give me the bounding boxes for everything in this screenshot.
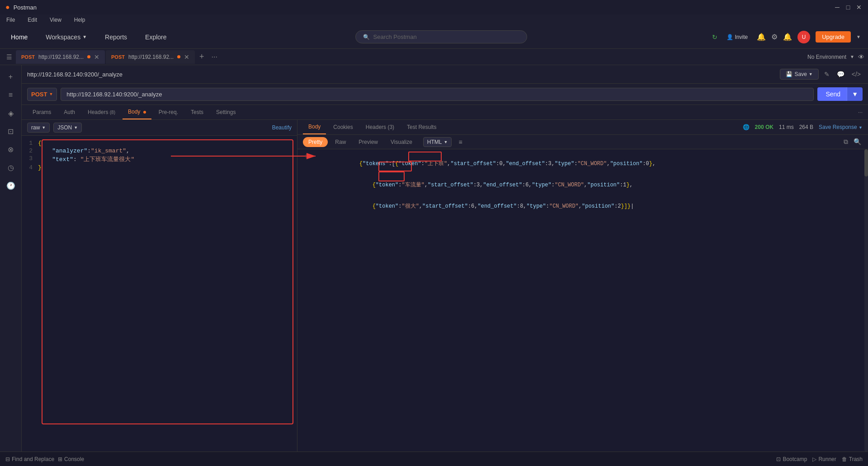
sidebar-toggle-icon[interactable]: ☰ [4, 53, 15, 61]
nav-reports[interactable]: Reports [101, 31, 131, 43]
method-select[interactable]: POST ▼ [27, 88, 57, 101]
scrollbar-track[interactable] [864, 149, 868, 452]
menu-edit[interactable]: Edit [25, 16, 40, 24]
save-response-chevron-icon: ▼ [859, 125, 863, 130]
user-avatar[interactable]: U [797, 31, 810, 43]
invite-icon: 👤 [726, 34, 733, 40]
url-input[interactable] [61, 88, 814, 101]
scrollbar-thumb[interactable] [864, 149, 868, 176]
navbar-left: Home Workspaces ▼ Reports Explore [7, 31, 170, 43]
tab-0-dirty [87, 55, 90, 58]
upgrade-button[interactable]: Upgrade [816, 31, 851, 43]
req-tab-headers[interactable]: Headers (8) [82, 105, 121, 119]
runner-icon: ▷ [812, 456, 816, 462]
resp-line-1: 1 {"tokens":[{"token":"上下班","start_offse… [297, 153, 868, 174]
trash-button[interactable]: 🗑 Trash [842, 456, 863, 462]
search-bar[interactable]: 🔍 Search Postman [355, 30, 527, 43]
resp-tab-headers[interactable]: Headers (3) [360, 120, 400, 134]
save-button[interactable]: 💾 Save ▼ [780, 69, 818, 80]
html-format-select[interactable]: HTML ▼ [423, 137, 452, 147]
html-chevron-icon: ▼ [444, 140, 448, 144]
bootcamp-button[interactable]: ⊡ Bootcamp [776, 456, 807, 462]
req-tab-settings[interactable]: Settings [211, 105, 241, 119]
search-resp-icon[interactable]: 🔍 [852, 137, 863, 147]
code-icon[interactable]: </> [850, 69, 863, 80]
code-line-3: 3 "text": "上下班车流量很大" [22, 155, 297, 164]
notification-icon[interactable]: 🔔 [757, 33, 766, 41]
maximize-button[interactable]: □ [844, 4, 852, 11]
json-select[interactable]: JSON ▼ [53, 123, 82, 133]
tab-0-close[interactable]: ✕ [94, 54, 99, 60]
request-row: POST ▼ Send ▼ [22, 84, 868, 105]
tab-more-button[interactable]: ··· [209, 53, 220, 61]
tab-0[interactable]: POST http://192.168.92... ✕ [16, 50, 105, 64]
send-dropdown-button[interactable]: ▼ [847, 87, 863, 101]
menu-file[interactable]: File [4, 16, 18, 24]
console-button[interactable]: ⊞ Console [58, 456, 84, 462]
nav-home[interactable]: Home [7, 31, 31, 43]
format-raw[interactable]: Raw [330, 137, 351, 147]
env-selector: No Environment ▼ 👁 [807, 53, 864, 61]
nav-explore[interactable]: Explore [142, 31, 170, 43]
req-tab-tests[interactable]: Tests [185, 105, 209, 119]
req-tab-params[interactable]: Params [27, 105, 57, 119]
left-panel: raw ▼ JSON ▼ Beautify 1 { [22, 120, 297, 452]
save-chevron-icon: ▼ [809, 72, 813, 76]
tab-1-dirty [177, 55, 180, 58]
close-button[interactable]: ✕ [855, 4, 863, 11]
body-editor[interactable]: 1 { 2 "analyzer":"ik_smart", 3 "text": "… [22, 136, 297, 452]
response-status: 🌐 200 OK 11 ms 264 B Save Response ▼ [743, 124, 863, 130]
json-chevron-icon: ▼ [74, 125, 78, 130]
sidebar-env-icon[interactable]: ⊡ [3, 123, 19, 139]
body-type-select[interactable]: raw ▼ [27, 123, 50, 133]
tab-1[interactable]: POST http://192.168.92... ✕ [106, 50, 195, 64]
req-tab-more[interactable]: ··· [858, 109, 863, 115]
nav-workspaces[interactable]: Workspaces ▼ [42, 31, 90, 43]
minimize-button[interactable]: ─ [834, 4, 841, 11]
tab-1-url: http://192.168.92... [128, 54, 174, 60]
req-tab-prereq[interactable]: Pre-req. [153, 105, 184, 119]
bell-icon[interactable]: 🔔 [783, 33, 792, 41]
tab-1-close[interactable]: ✕ [184, 54, 189, 60]
titlebar-controls: ─ □ ✕ [834, 4, 863, 11]
code-line-1: 1 { [22, 139, 297, 147]
search-icon: 🔍 [363, 34, 370, 40]
sidebar-history-icon[interactable]: 🕐 [3, 177, 19, 194]
menu-view[interactable]: View [47, 16, 64, 24]
beautify-button[interactable]: Beautify [272, 124, 292, 131]
chevron-down-icon: ▼ [82, 34, 87, 39]
env-eye-icon[interactable]: 👁 [858, 53, 864, 61]
copy-icon[interactable]: ⧉ [842, 137, 849, 147]
format-pretty[interactable]: Pretty [303, 137, 328, 147]
code-line-2: 2 "analyzer":"ik_smart", [22, 147, 297, 155]
new-tab-button[interactable]: + [196, 52, 208, 62]
req-tab-body[interactable]: Body [123, 105, 151, 119]
menu-help[interactable]: Help [71, 16, 88, 24]
settings-icon[interactable]: ⚙ [771, 33, 778, 41]
runner-button[interactable]: ▷ Runner [812, 456, 836, 462]
resp-tab-test-results[interactable]: Test Results [401, 120, 442, 134]
format-preview[interactable]: Preview [353, 137, 383, 147]
resp-tab-body[interactable]: Body [303, 120, 326, 134]
tabbar: ☰ POST http://192.168.92... ✕ POST http:… [0, 49, 868, 65]
left-panel-header: raw ▼ JSON ▼ Beautify [22, 120, 297, 136]
invite-button[interactable]: 👤 Invite [723, 32, 752, 42]
req-tab-auth[interactable]: Auth [58, 105, 80, 119]
sidebar-mock-icon[interactable]: ⊗ [3, 141, 19, 157]
sidebar-api-icon[interactable]: ◈ [3, 105, 19, 121]
sidebar-collections-icon[interactable]: ≡ [3, 87, 19, 103]
format-filter-icon[interactable]: ≡ [457, 137, 463, 147]
no-environment-label[interactable]: No Environment [807, 54, 846, 60]
comments-icon[interactable]: 💬 [835, 69, 846, 80]
format-right-actions: ⧉ 🔍 [842, 137, 863, 147]
url-bar-row: http://192.168.92.140:9200/_analyze 💾 Sa… [22, 65, 868, 84]
resp-tab-cookies[interactable]: Cookies [328, 120, 358, 134]
sidebar-monitor-icon[interactable]: ◷ [3, 159, 19, 176]
format-visualize[interactable]: Visualize [385, 137, 418, 147]
edit-icon[interactable]: ✎ [822, 69, 831, 80]
statusbar: ⊟ Find and Replace ⊞ Console ⊡ Bootcamp … [0, 452, 868, 466]
find-replace-button[interactable]: ⊟ Find and Replace [5, 456, 54, 462]
save-response-button[interactable]: Save Response ▼ [819, 124, 863, 130]
send-button[interactable]: Send [817, 87, 847, 101]
sidebar-new-icon[interactable]: + [3, 69, 19, 85]
